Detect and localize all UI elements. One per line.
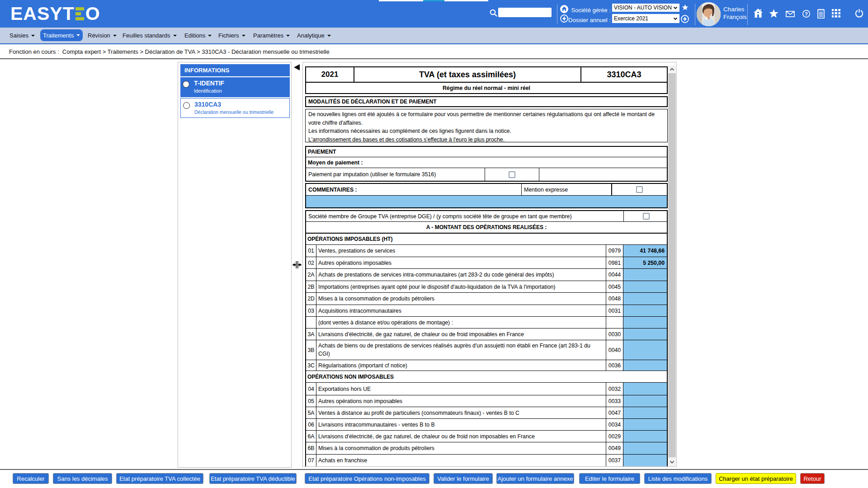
svg-text:?: ? xyxy=(805,11,808,17)
